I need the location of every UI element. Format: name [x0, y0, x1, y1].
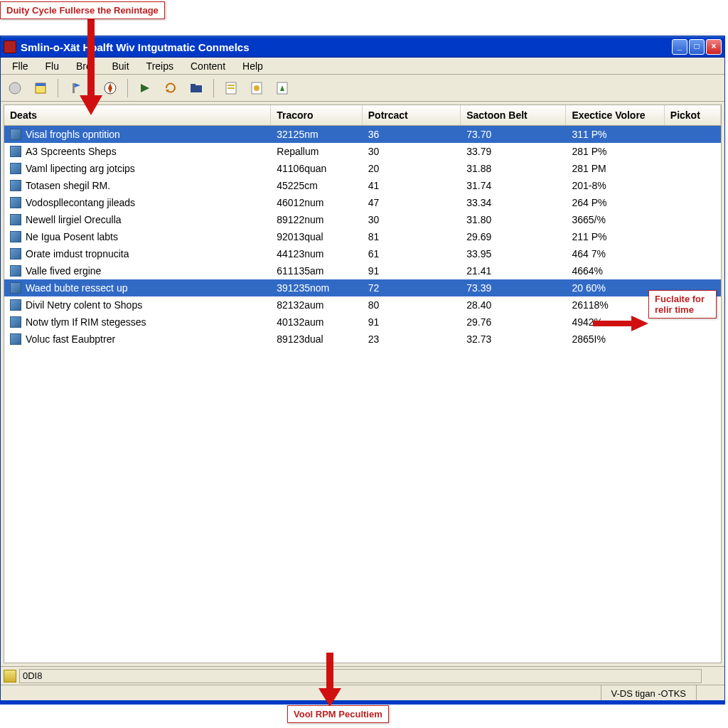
- svg-rect-19: [228, 87, 235, 89]
- maximize-button[interactable]: □: [689, 39, 705, 55]
- cell-c4: 73.39: [461, 281, 566, 295]
- row-label: A3 Spcreents Sheps: [26, 146, 117, 157]
- cell-c4: 21.41: [461, 264, 566, 278]
- cell-name: Ne Igua Posent labts: [4, 230, 271, 244]
- table-row[interactable]: Vodospllecontang jileads46012num4733.342…: [4, 194, 721, 211]
- col-potrcact[interactable]: Potrcact: [363, 105, 461, 125]
- row-label: Voluc fast Eaubptrer: [26, 333, 115, 345]
- cell-name: Visal froghls opntition: [4, 127, 271, 141]
- row-icon: [10, 180, 21, 191]
- svg-marker-3: [631, 316, 648, 331]
- row-icon: [10, 333, 21, 345]
- cell-c6: [665, 167, 721, 170]
- menu-help[interactable]: Help: [234, 59, 272, 73]
- table-row[interactable]: Visal froghls opntition32125nm3673.70311…: [4, 126, 721, 143]
- svg-point-6: [9, 82, 21, 94]
- cell-c6: [665, 269, 721, 272]
- cell-c4: 31.88: [461, 161, 566, 176]
- cell-name: Newell lirgiel Oreculla: [4, 213, 271, 227]
- toolbar: [1, 75, 724, 102]
- cell-name: Totasen shegil RM.: [4, 178, 271, 193]
- cell-name: Divil Netry colent to Shops: [4, 298, 271, 312]
- cell-c5: 311 P%: [566, 127, 664, 141]
- cell-c5: 464 7%: [566, 247, 664, 261]
- menu-file[interactable]: Flle: [4, 59, 37, 73]
- cell-c2: 89122num: [271, 213, 363, 227]
- callout-right: Fuclaite for relir time: [648, 290, 717, 318]
- cell-c4: 28.40: [461, 298, 566, 312]
- cell-c5: 201-8%: [566, 178, 664, 193]
- callout-right-text: Fuclaite for relir time: [655, 294, 705, 315]
- row-label: Ne Igua Posent labts: [26, 231, 118, 242]
- svg-marker-13: [141, 84, 149, 92]
- callout-bottom-text: Vool RPM Pecultiem: [294, 709, 382, 719]
- cell-c3: 80: [363, 298, 461, 312]
- status-panel-right: V-DS tigan -OTKS: [601, 685, 696, 702]
- table-row[interactable]: Divil Netry colent to Shops82132aum8028.…: [4, 296, 721, 314]
- svg-rect-18: [228, 85, 235, 86]
- table-row[interactable]: Waed bubte ressect up391235nom7273.3920 …: [4, 279, 721, 296]
- cell-c2: 40132aum: [271, 315, 363, 329]
- status-bar-secondary: [1, 666, 724, 685]
- menu-flu[interactable]: Flu: [37, 59, 68, 73]
- table-row[interactable]: Newell lirgiel Oreculla89122num3031.8036…: [4, 211, 721, 228]
- cell-c2: 46012num: [271, 196, 363, 210]
- cell-c5: 3665/%: [566, 213, 664, 227]
- status-panel-grip: [696, 685, 724, 702]
- toolbar-doc2-icon[interactable]: [247, 78, 267, 98]
- status-bar: V-DS tigan -OTKS: [1, 685, 724, 702]
- toolbar-globe-icon[interactable]: [5, 78, 25, 98]
- status-input[interactable]: [19, 669, 702, 683]
- cell-name: Notw tlym If RIM stegesses: [4, 315, 271, 329]
- table-row[interactable]: Orate imdust tropnucita44123num6133.9546…: [4, 245, 721, 262]
- cell-c3: 91: [363, 264, 461, 278]
- menu-treips[interactable]: Treips: [138, 59, 182, 73]
- toolbar-play-icon[interactable]: [135, 78, 155, 98]
- row-label: Notw tlym If RIM stegesses: [26, 316, 146, 328]
- row-label: Valle fived ergine: [26, 265, 101, 277]
- cell-c3: 23: [363, 332, 461, 346]
- minimize-button[interactable]: _: [672, 39, 687, 55]
- application-window: Smlin-o-Xät Hoalft Wiv Intgutmatic Conme…: [0, 36, 725, 704]
- cell-c3: 91: [363, 315, 461, 329]
- toolbar-folder-icon[interactable]: [186, 78, 206, 98]
- table-row[interactable]: Ne Igua Posent labts92013qual8129.69211 …: [4, 228, 721, 245]
- toolbar-doc3-icon[interactable]: [272, 78, 292, 98]
- cell-c5: 281 P%: [566, 144, 664, 159]
- cell-c5: 281 PM: [566, 161, 664, 176]
- toolbar-doc1-icon[interactable]: [221, 78, 241, 98]
- row-icon: [10, 282, 21, 294]
- arrow-right-icon: [593, 313, 650, 334]
- close-button[interactable]: ×: [706, 39, 722, 55]
- row-label: Vaml lipecting arg jotcips: [26, 163, 135, 174]
- col-pickot[interactable]: Pickot: [665, 105, 721, 125]
- cell-c6: [665, 201, 721, 204]
- menu-content[interactable]: Content: [182, 59, 234, 73]
- row-label: Vodospllecontang jileads: [26, 197, 135, 208]
- cell-c2: 32125nm: [271, 127, 363, 141]
- cell-c2: 611135am: [271, 264, 363, 278]
- col-exectice[interactable]: Exectice Volore: [566, 105, 664, 125]
- table-row[interactable]: A3 Spcreents ShepsRepallum3033.79281 P%: [4, 143, 721, 160]
- table-row[interactable]: Valle fived ergine611135am9121.414664%: [4, 262, 721, 279]
- app-icon: [4, 41, 16, 53]
- cell-c3: 36: [363, 127, 461, 141]
- toolbar-separator: [213, 79, 214, 97]
- col-sactoon[interactable]: Sactoon Belt: [461, 105, 566, 125]
- cell-c2: 41106quan: [271, 161, 363, 176]
- table-row[interactable]: Totasen shegil RM.45225cm4131.74201-8%: [4, 177, 721, 194]
- arrow-top-icon: [77, 16, 105, 115]
- col-tracoro[interactable]: Tracoro: [271, 105, 363, 125]
- callout-top: Duity Cycle Fullerse the Renintage: [0, 1, 165, 19]
- toolbar-separator: [58, 79, 58, 97]
- arrow-bottom-icon: [316, 653, 344, 707]
- menu-buit[interactable]: Buit: [103, 59, 137, 73]
- toolbar-refresh-icon[interactable]: [161, 78, 181, 98]
- cell-c3: 72: [363, 281, 461, 295]
- title-bar[interactable]: Smlin-o-Xät Hoalft Wiv Intgutmatic Conme…: [1, 36, 724, 58]
- col-deats[interactable]: Deats: [4, 105, 271, 125]
- table-row[interactable]: Vaml lipecting arg jotcips41106quan2031.…: [4, 160, 721, 177]
- cell-c6: [665, 235, 721, 238]
- toolbar-window-icon[interactable]: [31, 78, 50, 98]
- cell-c3: 30: [363, 213, 461, 227]
